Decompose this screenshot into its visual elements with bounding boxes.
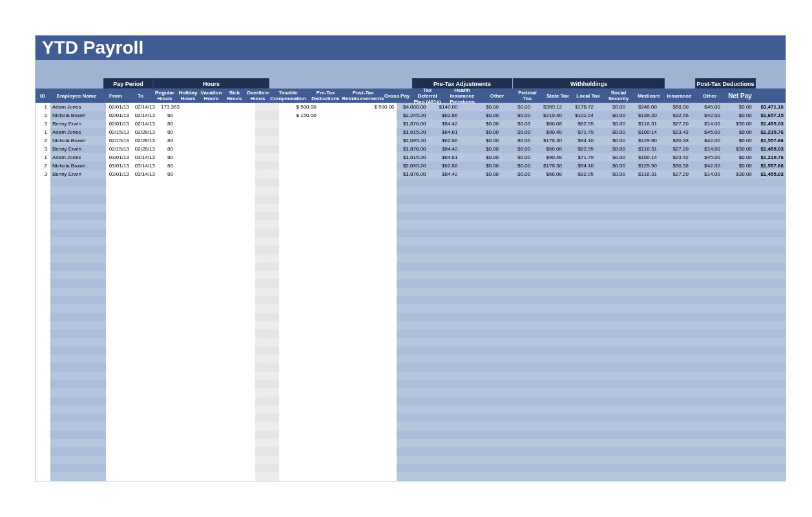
cell-to	[132, 388, 158, 397]
cell-hol	[182, 456, 207, 464]
cell-ptd	[318, 271, 357, 279]
cell-oth2: $30.00	[722, 145, 754, 153]
cell-id	[36, 204, 50, 212]
cell-ins	[691, 388, 722, 397]
cell-ins	[691, 254, 722, 262]
cell-name	[50, 288, 107, 296]
cell-gross: $4,000.00	[397, 103, 428, 111]
cell-txc: $ 150.00	[279, 111, 318, 120]
cell-oth2	[722, 363, 754, 372]
cell-hol	[182, 338, 207, 346]
cell-hol	[182, 422, 207, 430]
cell-ss: $248.00	[627, 103, 659, 111]
cell-net	[754, 246, 786, 254]
cell-vac	[207, 405, 231, 414]
cell-id	[36, 237, 50, 246]
cell-ptr	[357, 321, 396, 330]
cell-name	[50, 355, 107, 363]
cell-ins	[691, 422, 722, 430]
cell-st	[564, 271, 596, 279]
cell-to	[132, 220, 158, 229]
cell-reg	[158, 414, 183, 422]
cell-gross	[397, 422, 428, 430]
cell-ptr	[357, 288, 396, 296]
cell-ptr	[357, 363, 396, 372]
cell-ot	[255, 397, 280, 405]
cell-gross	[397, 246, 428, 254]
cell-from	[106, 355, 132, 363]
cell-ptr	[357, 237, 396, 246]
cell-net	[754, 363, 786, 372]
table-row	[36, 355, 786, 363]
cell-gross: $1,876.00	[397, 170, 428, 178]
cell-id	[36, 254, 50, 262]
cell-ptr	[357, 271, 396, 279]
cell-from	[106, 439, 132, 447]
cell-oth2	[722, 388, 754, 397]
table-row	[36, 397, 786, 405]
cell-loc	[596, 346, 627, 355]
cell-oth2	[722, 279, 754, 288]
cell-oth2	[722, 195, 754, 204]
cell-ins	[691, 397, 722, 405]
cell-ptd	[318, 321, 357, 330]
cell-net	[754, 296, 786, 304]
cell-oth2: $0.00	[722, 153, 754, 162]
cell-txc	[279, 296, 318, 304]
cell-to: 02/14/13	[132, 111, 158, 120]
cell-to: 02/28/13	[132, 136, 158, 145]
cell-vac	[207, 304, 231, 313]
cell-reg: 80	[158, 170, 183, 178]
cell-from	[106, 313, 132, 321]
cell-st	[564, 447, 596, 456]
cell-ptr	[357, 397, 396, 405]
cell-loc: $0.00	[596, 136, 627, 145]
cell-id	[36, 456, 50, 464]
cell-txc	[279, 439, 318, 447]
cell-ptd	[318, 338, 357, 346]
cell-med	[659, 380, 691, 388]
cell-txc	[279, 456, 318, 464]
cell-ptd	[318, 313, 357, 321]
cell-loc: $0.00	[596, 145, 627, 153]
cell-gross	[397, 464, 428, 472]
cell-loc	[596, 271, 627, 279]
cell-hip	[459, 363, 501, 372]
cell-txc	[279, 262, 318, 271]
cell-sick	[231, 237, 255, 246]
cell-sick	[231, 254, 255, 262]
cell-med: $27.20	[659, 170, 691, 178]
cell-st	[564, 372, 596, 380]
cell-to	[132, 321, 158, 330]
cell-ptr	[357, 456, 396, 464]
cell-name	[50, 380, 107, 388]
cell-ptr	[357, 195, 396, 204]
cell-sick	[231, 296, 255, 304]
cell-med	[659, 321, 691, 330]
cell-st	[564, 220, 596, 229]
cell-reg: 80	[158, 128, 183, 136]
cell-st	[564, 464, 596, 472]
cell-ins: $14.00	[691, 145, 722, 153]
cell-med: $58.00	[659, 103, 691, 111]
cell-hol	[182, 136, 207, 145]
cell-st	[564, 363, 596, 372]
cell-ot	[255, 380, 280, 388]
cell-net	[754, 195, 786, 204]
hdr-hip: Health Insurance Premiums	[442, 89, 482, 103]
cell-ss	[627, 430, 659, 439]
cell-tdp	[428, 296, 460, 304]
cell-ot	[255, 279, 280, 288]
cell-loc	[596, 204, 627, 212]
cell-sick	[231, 279, 255, 288]
cell-oth1	[501, 397, 532, 405]
cell-from	[106, 388, 132, 397]
cell-net: $1,455.03	[754, 120, 786, 128]
cell-txc	[279, 288, 318, 296]
cell-sick	[231, 338, 255, 346]
cell-tdp: $64.61	[428, 128, 460, 136]
hdr-st: State Tax	[543, 89, 573, 103]
cell-name: Nichola Brown	[50, 136, 107, 145]
cell-id	[36, 388, 50, 397]
cell-ptd	[318, 254, 357, 262]
